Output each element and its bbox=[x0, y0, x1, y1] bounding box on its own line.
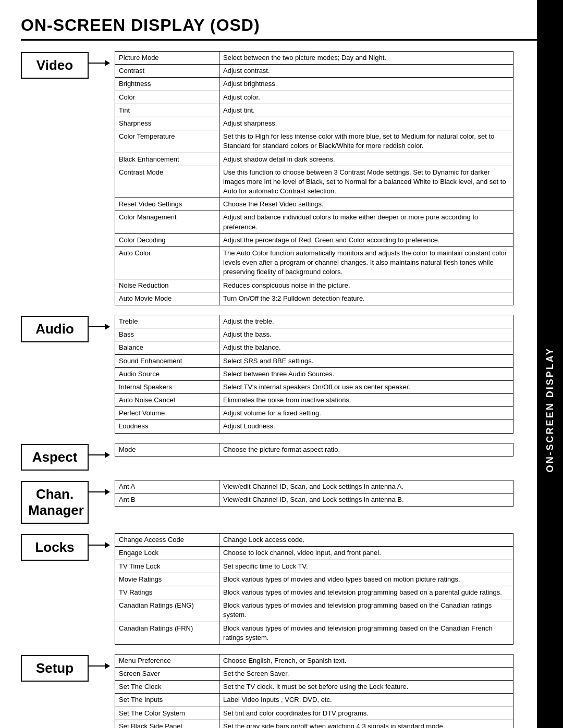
row-item: Mode bbox=[115, 443, 219, 456]
row-item: Menu Preference bbox=[115, 654, 219, 667]
row-description: Choose the picture format aspect ratio. bbox=[219, 443, 513, 456]
table-row: Engage LockChoose to lock channel, video… bbox=[115, 547, 513, 560]
row-description: View/edit Channel ID, Scan, and Lock set… bbox=[219, 480, 513, 493]
row-description: Adjust color. bbox=[219, 91, 513, 104]
table-element-setup: Menu PreferenceChoose English, French, o… bbox=[115, 654, 513, 728]
arrow-audio bbox=[89, 315, 115, 327]
section-chan-manager: Chan. ManagerAnt AView/edit Channel ID, … bbox=[21, 480, 513, 524]
section-aspect: AspectModeChoose the picture format aspe… bbox=[21, 443, 513, 471]
table-audio: TrebleAdjust the treble.BassAdjust the b… bbox=[115, 315, 513, 434]
table-row: Set The Color SystemSet tint and color c… bbox=[115, 707, 513, 720]
row-item: Change Access Code bbox=[115, 534, 219, 547]
table-row: TrebleAdjust the treble. bbox=[115, 315, 513, 328]
category-label-setup: Setup bbox=[21, 655, 89, 682]
row-item: Color Decoding bbox=[115, 233, 219, 246]
row-item: Set The Inputs bbox=[115, 694, 219, 707]
row-item: Sharpness bbox=[115, 117, 219, 130]
row-item: Picture Mode bbox=[115, 52, 219, 65]
row-description: Label Video Inputs , VCR, DVD, etc. bbox=[219, 694, 513, 707]
table-row: Sound EnhancementSelect SRS and BBE sett… bbox=[115, 354, 513, 367]
table-chan-manager: Ant AView/edit Channel ID, Scan, and Loc… bbox=[115, 480, 513, 507]
table-row: ColorAdjust color. bbox=[115, 91, 513, 104]
row-description: Adjust the bass. bbox=[219, 328, 513, 341]
row-description: Adjust brightness. bbox=[219, 78, 513, 91]
row-item: Audio Source bbox=[115, 367, 219, 380]
table-element-chan-manager: Ant AView/edit Channel ID, Scan, and Loc… bbox=[115, 480, 513, 507]
row-description: Block various types of movies and televi… bbox=[219, 622, 513, 644]
table-row: Reset Video SettingsChoose the Reset Vid… bbox=[115, 198, 513, 211]
row-description: Block various types of movies and video … bbox=[219, 573, 513, 586]
table-row: Audio SourceSelect between three Audio S… bbox=[115, 367, 513, 380]
row-item: Reset Video Settings bbox=[115, 198, 219, 211]
row-item: Contrast Mode bbox=[115, 166, 219, 198]
row-description: Adjust the percentage of Red, Green and … bbox=[219, 233, 513, 246]
table-aspect: ModeChoose the picture format aspect rat… bbox=[115, 443, 513, 456]
table-row: SharpnessAdjust sharpness. bbox=[115, 117, 513, 130]
table-row: Change Access CodeChange Lock access cod… bbox=[115, 534, 513, 547]
row-description: The Auto Color function automatically mo… bbox=[219, 247, 513, 279]
row-item: Movie Ratings bbox=[115, 573, 219, 586]
row-description: Adjust and balance individual colors to … bbox=[219, 211, 513, 233]
row-description: Choose the Reset Video settings. bbox=[219, 198, 513, 211]
table-setup: Menu PreferenceChoose English, French, o… bbox=[115, 654, 513, 728]
table-row: Color ManagementAdjust and balance indiv… bbox=[115, 211, 513, 233]
category-label-chan-manager: Chan. Manager bbox=[21, 481, 89, 524]
table-row: Color TemperatureSet this to High for le… bbox=[115, 130, 513, 153]
category-label-audio: Audio bbox=[21, 316, 89, 342]
row-description: Set this to High for less intense color … bbox=[219, 130, 513, 153]
row-item: Screen Saver bbox=[115, 668, 219, 681]
table-row: ContrastAdjust contrast. bbox=[115, 65, 513, 78]
table-row: Set The InputsLabel Video Inputs , VCR, … bbox=[115, 694, 513, 707]
row-item: Auto Movie Mode bbox=[115, 292, 219, 305]
table-row: Ant AView/edit Channel ID, Scan, and Loc… bbox=[115, 480, 513, 493]
row-description: Use this function to choose between 3 Co… bbox=[219, 166, 513, 198]
row-description: Set the TV clock. It must be set before … bbox=[219, 681, 513, 694]
main-content: VideoPicture ModeSelect between the two … bbox=[21, 51, 513, 728]
arrow-line-video bbox=[89, 63, 109, 64]
row-item: Auto Color bbox=[115, 247, 219, 279]
table-locks: Change Access CodeChange Lock access cod… bbox=[115, 533, 513, 645]
table-row: Noise ReductionReduces conspicuous noise… bbox=[115, 279, 513, 292]
row-item: Black Enhancement bbox=[115, 153, 219, 166]
row-item: Auto Noise Cancel bbox=[115, 394, 219, 407]
row-item: Loudness bbox=[115, 420, 219, 433]
row-description: Adjust Loudness. bbox=[219, 420, 513, 433]
section-locks: LocksChange Access CodeChange Lock acces… bbox=[21, 533, 513, 645]
section-audio: AudioTrebleAdjust the treble.BassAdjust … bbox=[21, 315, 513, 434]
page-title: ON-SCREEN DISPLAY (OSD) bbox=[21, 16, 542, 41]
table-row: Ant BView/edit Channel ID, Scan, and Loc… bbox=[115, 493, 513, 507]
table-row: LoudnessAdjust Loudness. bbox=[115, 420, 513, 433]
table-row: Contrast ModeUse this function to choose… bbox=[115, 166, 513, 198]
row-description: Adjust shadow detail in dark screens. bbox=[219, 153, 513, 166]
table-element-aspect: ModeChoose the picture format aspect rat… bbox=[115, 443, 513, 456]
table-row: BrightnessAdjust brightness. bbox=[115, 78, 513, 91]
row-item: Color bbox=[115, 91, 219, 104]
row-item: Bass bbox=[115, 328, 219, 341]
row-description: Block various types of movies and televi… bbox=[219, 586, 513, 599]
row-item: Ant B bbox=[115, 493, 219, 507]
table-video: Picture ModeSelect between the two pictu… bbox=[115, 51, 513, 305]
table-row: Screen SaverSet the Screen Saver. bbox=[115, 668, 513, 681]
row-description: Eliminates the noise from inactive stati… bbox=[219, 394, 513, 407]
row-description: Select TV's internal speakers On/Off or … bbox=[219, 380, 513, 393]
section-video: VideoPicture ModeSelect between the two … bbox=[21, 51, 513, 305]
row-item: Noise Reduction bbox=[115, 279, 219, 292]
row-item: Brightness bbox=[115, 78, 219, 91]
table-row: Black EnhancementAdjust shadow detail in… bbox=[115, 153, 513, 166]
table-row: TV Time LockSet specific time to Lock TV… bbox=[115, 560, 513, 573]
row-description: Choose English, French, or Spanish text. bbox=[219, 654, 513, 667]
table-row: TV RatingsBlock various types of movies … bbox=[115, 586, 513, 599]
table-element-locks: Change Access CodeChange Lock access cod… bbox=[115, 533, 513, 645]
row-description: Choose to lock channel, video input, and… bbox=[219, 547, 513, 560]
page-container: ON-SCREEN DISPLAY (OSD) VideoPicture Mod… bbox=[0, 0, 563, 728]
arrow-line-aspect bbox=[89, 454, 109, 455]
row-description: Adjust sharpness. bbox=[219, 117, 513, 130]
row-item: Internal Speakers bbox=[115, 380, 219, 393]
row-description: Change Lock access code. bbox=[219, 534, 513, 547]
section-setup: SetupMenu PreferenceChoose English, Fren… bbox=[21, 654, 513, 728]
arrow-chan-manager bbox=[89, 480, 115, 492]
row-description: Reduces conspicuous noise in the picture… bbox=[219, 279, 513, 292]
row-item: Sound Enhancement bbox=[115, 354, 219, 367]
row-item: Color Management bbox=[115, 211, 219, 233]
row-item: Tint bbox=[115, 104, 219, 117]
